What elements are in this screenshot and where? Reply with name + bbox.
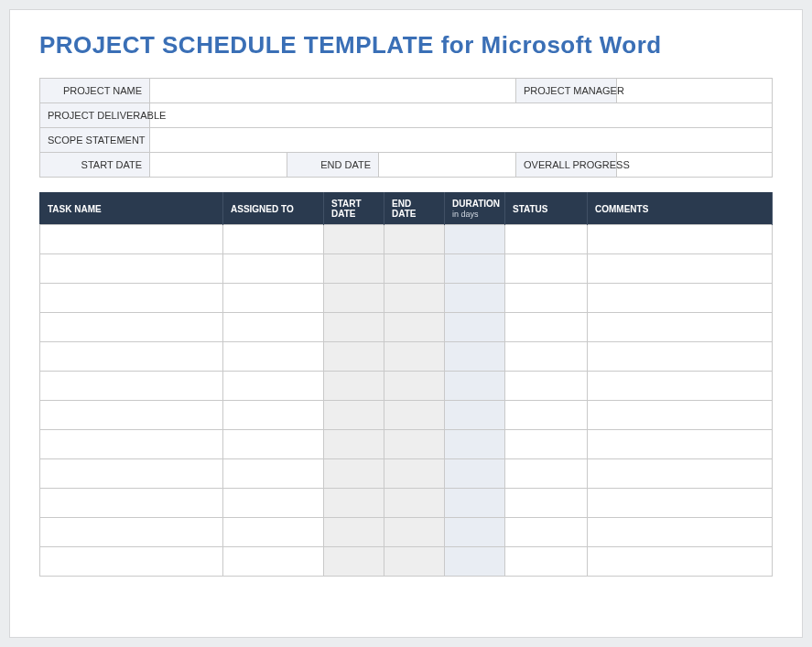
start-date-cell[interactable]: [324, 284, 384, 313]
duration-cell[interactable]: [445, 342, 505, 372]
end-date-cell[interactable]: [384, 284, 445, 313]
status-cell[interactable]: [505, 489, 588, 518]
status-cell[interactable]: [505, 372, 588, 401]
status-cell[interactable]: [505, 401, 588, 430]
start-date-cell[interactable]: [324, 401, 384, 430]
start-date-cell[interactable]: [324, 459, 384, 489]
start-date-cell[interactable]: [324, 489, 384, 518]
duration-cell[interactable]: [445, 254, 505, 284]
end-date-cell[interactable]: [384, 459, 445, 489]
status-cell[interactable]: [505, 342, 588, 372]
task-name-cell[interactable]: [40, 342, 223, 372]
assigned-to-cell[interactable]: [223, 430, 324, 459]
comments-cell[interactable]: [588, 342, 773, 372]
assigned-to-cell[interactable]: [223, 547, 324, 577]
task-name-cell[interactable]: [40, 313, 223, 342]
scope-statement-field[interactable]: [150, 128, 773, 153]
end-date-cell[interactable]: [384, 430, 445, 459]
comments-cell[interactable]: [588, 401, 773, 430]
comments-cell[interactable]: [588, 459, 773, 489]
start-date-field[interactable]: [150, 153, 287, 178]
duration-cell[interactable]: [445, 401, 505, 430]
start-date-cell[interactable]: [324, 313, 384, 342]
assigned-to-cell[interactable]: [223, 401, 324, 430]
comments-cell[interactable]: [588, 225, 773, 254]
task-name-cell[interactable]: [40, 518, 223, 547]
end-date-cell[interactable]: [384, 225, 445, 254]
task-name-cell[interactable]: [40, 372, 223, 401]
start-date-cell[interactable]: [324, 518, 384, 547]
task-table-header-row: TASK NAME ASSIGNED TO START DATE END DAT…: [40, 193, 773, 225]
project-manager-field[interactable]: [617, 79, 773, 103]
end-date-cell[interactable]: [384, 518, 445, 547]
duration-cell[interactable]: [445, 518, 505, 547]
end-date-cell[interactable]: [384, 547, 445, 577]
assigned-to-cell[interactable]: [223, 489, 324, 518]
task-row: [40, 225, 773, 254]
status-cell[interactable]: [505, 284, 588, 313]
duration-cell[interactable]: [445, 313, 505, 342]
task-name-cell[interactable]: [40, 547, 223, 577]
start-date-cell[interactable]: [324, 372, 384, 401]
comments-cell[interactable]: [588, 489, 773, 518]
comments-cell[interactable]: [588, 313, 773, 342]
status-cell[interactable]: [505, 225, 588, 254]
assigned-to-cell[interactable]: [223, 342, 324, 372]
end-date-cell[interactable]: [384, 313, 445, 342]
duration-cell[interactable]: [445, 547, 505, 577]
status-cell[interactable]: [505, 547, 588, 577]
assigned-to-cell[interactable]: [223, 372, 324, 401]
task-name-cell[interactable]: [40, 430, 223, 459]
duration-cell[interactable]: [445, 284, 505, 313]
overall-progress-field[interactable]: [617, 153, 773, 178]
task-name-cell[interactable]: [40, 489, 223, 518]
comments-cell[interactable]: [588, 430, 773, 459]
status-cell[interactable]: [505, 518, 588, 547]
duration-cell[interactable]: [445, 459, 505, 489]
status-cell[interactable]: [505, 430, 588, 459]
task-name-cell[interactable]: [40, 284, 223, 313]
end-date-cell[interactable]: [384, 401, 445, 430]
assigned-to-cell[interactable]: [223, 284, 324, 313]
status-cell[interactable]: [505, 254, 588, 284]
task-row: [40, 518, 773, 547]
duration-cell[interactable]: [445, 372, 505, 401]
project-deliverable-field[interactable]: [150, 103, 773, 128]
th-end-date: END DATE: [384, 193, 445, 225]
project-name-field[interactable]: [150, 79, 516, 103]
comments-cell[interactable]: [588, 518, 773, 547]
task-name-cell[interactable]: [40, 225, 223, 254]
assigned-to-cell[interactable]: [223, 254, 324, 284]
start-date-label: START DATE: [40, 153, 150, 178]
end-date-field[interactable]: [379, 153, 516, 178]
assigned-to-cell[interactable]: [223, 459, 324, 489]
project-deliverable-label: PROJECT DELIVERABLE: [40, 103, 150, 128]
status-cell[interactable]: [505, 459, 588, 489]
start-date-cell[interactable]: [324, 342, 384, 372]
end-date-cell[interactable]: [384, 489, 445, 518]
duration-cell[interactable]: [445, 430, 505, 459]
task-name-cell[interactable]: [40, 401, 223, 430]
start-date-cell[interactable]: [324, 430, 384, 459]
task-name-cell[interactable]: [40, 459, 223, 489]
comments-cell[interactable]: [588, 254, 773, 284]
assigned-to-cell[interactable]: [223, 518, 324, 547]
assigned-to-cell[interactable]: [223, 313, 324, 342]
start-date-cell[interactable]: [324, 254, 384, 284]
th-assigned-to: ASSIGNED TO: [223, 193, 324, 225]
comments-cell[interactable]: [588, 547, 773, 577]
comments-cell[interactable]: [588, 372, 773, 401]
comments-cell[interactable]: [588, 284, 773, 313]
duration-cell[interactable]: [445, 489, 505, 518]
assigned-to-cell[interactable]: [223, 225, 324, 254]
end-date-cell[interactable]: [384, 342, 445, 372]
task-table: TASK NAME ASSIGNED TO START DATE END DAT…: [39, 192, 773, 577]
start-date-cell[interactable]: [324, 225, 384, 254]
status-cell[interactable]: [505, 313, 588, 342]
task-row: [40, 489, 773, 518]
duration-cell[interactable]: [445, 225, 505, 254]
end-date-cell[interactable]: [384, 372, 445, 401]
start-date-cell[interactable]: [324, 547, 384, 577]
end-date-cell[interactable]: [384, 254, 445, 284]
task-name-cell[interactable]: [40, 254, 223, 284]
